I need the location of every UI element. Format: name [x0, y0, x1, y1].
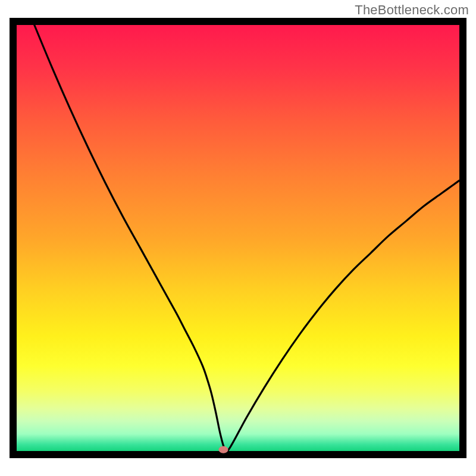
optimal-point-marker — [218, 446, 228, 453]
bottleneck-chart: TheBottleneck.com — [0, 0, 476, 476]
plot-background — [17, 25, 459, 451]
chart-svg — [0, 0, 476, 476]
